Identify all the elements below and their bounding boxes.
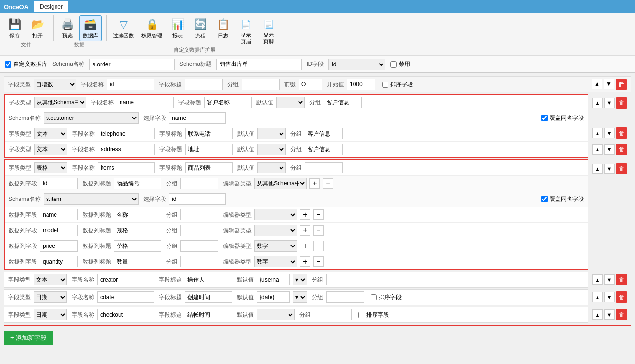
type-select-tel[interactable]: 文本 [34, 128, 67, 139]
editor-select-price[interactable]: 数字 [254, 240, 297, 252]
move-down-btn-name[interactable]: ▼ [604, 98, 615, 108]
start-input-hdr[interactable] [347, 79, 375, 90]
schema-select-g1r2[interactable]: s.customer [44, 112, 139, 124]
editor-select-model[interactable] [254, 225, 297, 236]
delete-btn-checkout[interactable]: 🗑 [616, 309, 627, 320]
default-select-tel[interactable] [257, 128, 286, 139]
minus-btn-name-col[interactable]: − [313, 209, 324, 220]
name-input-tel[interactable] [98, 128, 155, 139]
field-name-input-hdr[interactable] [107, 79, 154, 90]
col-input-price[interactable] [40, 240, 78, 252]
name-input-creator[interactable] [97, 274, 154, 285]
title-input-creator[interactable] [185, 274, 232, 285]
col-input-model[interactable] [40, 225, 78, 236]
plus-btn-quantity[interactable]: + [300, 256, 310, 267]
save-button[interactable]: 💾 保存 [4, 15, 26, 41]
sort-checkbox-checkout-label[interactable]: 排序字段 [358, 311, 389, 319]
move-down-btn-hdr[interactable]: ▼ [604, 79, 614, 89]
select-field-input-id-col[interactable] [169, 193, 226, 205]
minus-btn-price[interactable]: − [313, 241, 324, 251]
default-select-creator[interactable]: ▾ [293, 274, 307, 285]
type-select-checkout[interactable]: 日期 [34, 309, 67, 320]
move-up-btn-items[interactable]: ▲ [592, 164, 603, 174]
group-input-hdr[interactable] [242, 79, 280, 90]
cover-checkbox-g1r2[interactable] [541, 115, 548, 121]
default-select-items[interactable] [257, 162, 286, 173]
delete-btn-addr[interactable]: 🗑 [616, 144, 627, 155]
move-down-btn-creator[interactable]: ▼ [604, 274, 615, 285]
col-input-id[interactable] [40, 178, 78, 189]
delete-btn-items[interactable]: 🗑 [616, 163, 627, 174]
prev-input-hdr[interactable] [299, 79, 322, 90]
title-input-checkout[interactable] [185, 309, 232, 320]
move-up-btn-checkout[interactable]: ▲ [592, 309, 603, 320]
move-up-btn-cdate[interactable]: ▲ [592, 292, 603, 302]
title-input-addr[interactable] [185, 144, 233, 155]
move-up-btn-name[interactable]: ▲ [592, 98, 603, 108]
flow-button[interactable]: 🔄 流程 [189, 15, 211, 46]
filter-button[interactable]: ▽ 过滤函数 [110, 15, 137, 46]
disabled-checkbox-label[interactable]: 禁用 [390, 60, 410, 68]
minus-btn-model[interactable]: − [313, 225, 324, 236]
delete-btn-tel[interactable]: 🗑 [616, 127, 627, 139]
type-select-cdate[interactable]: 日期 [34, 291, 67, 303]
name-input-addr[interactable] [98, 144, 155, 155]
minus-btn-quantity[interactable]: − [313, 256, 324, 267]
name-input-cdate[interactable] [97, 291, 154, 303]
default-select-addr[interactable] [257, 144, 286, 155]
editor-select-id[interactable]: 从其他Schema中 [254, 178, 307, 189]
plus-btn-name-col[interactable]: + [300, 209, 310, 220]
col-title-input-name[interactable] [114, 209, 161, 220]
col-group-input-price[interactable] [180, 240, 218, 252]
group-input-tel[interactable] [305, 128, 343, 139]
delete-btn-hdr[interactable]: 🗑 [616, 79, 627, 90]
delete-btn-creator[interactable]: 🗑 [616, 274, 627, 285]
move-down-btn-addr[interactable]: ▼ [604, 144, 615, 155]
name-input-items[interactable] [98, 162, 155, 173]
auth-button[interactable]: 🔒 权限管理 [138, 15, 166, 46]
show-footer-button[interactable]: 📃 显示页脚 [258, 15, 280, 46]
schema-name-input[interactable] [89, 59, 175, 70]
col-input-name[interactable] [40, 209, 78, 220]
move-up-btn-hdr[interactable]: ▲ [592, 79, 602, 89]
name-input-checkout[interactable] [97, 309, 154, 320]
move-down-btn-tel[interactable]: ▼ [604, 128, 615, 138]
col-group-input-name[interactable] [180, 209, 218, 220]
custom-db-checkbox[interactable] [5, 61, 11, 68]
sort-checkbox-cdate[interactable] [371, 294, 377, 300]
custom-db-checkbox-label[interactable]: 自定义数据库 [5, 60, 47, 68]
sort-checkbox-cdate-label[interactable]: 排序字段 [371, 293, 402, 301]
group-input-items[interactable] [305, 162, 343, 173]
type-select-creator[interactable]: 文本 [34, 274, 67, 285]
editor-select-name[interactable] [254, 209, 297, 220]
plus-btn-price[interactable]: + [300, 241, 310, 251]
col-group-input-model[interactable] [180, 225, 218, 236]
log-button[interactable]: 📋 日志 [212, 15, 234, 46]
editor-select-quantity[interactable]: 数字 [254, 256, 297, 267]
move-up-btn-creator[interactable]: ▲ [592, 274, 603, 285]
title-input-tel[interactable] [185, 128, 233, 139]
move-up-btn-tel[interactable]: ▲ [592, 128, 603, 138]
select-field-input-g1r2[interactable] [169, 112, 226, 124]
col-title-input-model[interactable] [114, 225, 161, 236]
open-button[interactable]: 📂 打开 [27, 15, 48, 41]
col-group-input-id[interactable] [180, 178, 218, 189]
move-down-btn-checkout[interactable]: ▼ [604, 309, 615, 320]
default-select-checkout[interactable] [257, 309, 295, 320]
default-select-g1r1[interactable] [276, 97, 305, 108]
sort-field-checkbox[interactable] [382, 82, 388, 88]
type-select-addr[interactable]: 文本 [34, 144, 67, 155]
field-title-input-hdr[interactable] [185, 79, 223, 90]
sort-field-checkbox-label[interactable]: 排序字段 [382, 81, 413, 89]
disabled-checkbox[interactable] [390, 61, 397, 68]
add-field-button[interactable]: + 添加新字段 [4, 331, 53, 345]
type-select-g1r1[interactable]: 从其他Schema中 [34, 97, 86, 108]
group-input-addr[interactable] [305, 144, 343, 155]
default-input-cdate[interactable] [257, 291, 290, 303]
col-title-input-quantity[interactable] [114, 256, 161, 267]
move-up-btn-addr[interactable]: ▲ [592, 144, 603, 155]
field-type-select-hdr[interactable]: 自增数 [34, 79, 76, 90]
cover-checkbox-id-col[interactable] [541, 196, 548, 202]
id-field-select[interactable]: id [328, 59, 385, 70]
group-input-creator[interactable] [326, 274, 364, 285]
